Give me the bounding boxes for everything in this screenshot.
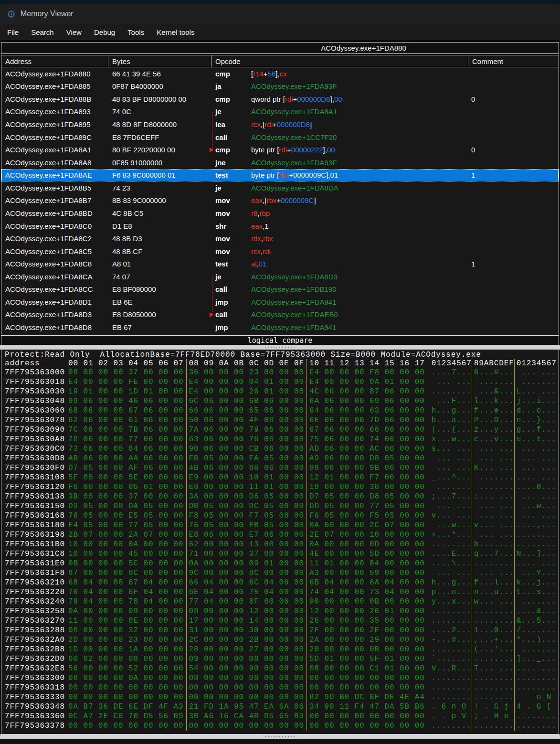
hex-row-address: 7FF7953630A8 (1, 435, 68, 444)
hex-ascii-group: ........ (514, 721, 557, 731)
menu-item-debug[interactable]: Debug (88, 24, 121, 40)
hex-row[interactable]: 7FF7953630A878 06 00 00 77 06 00 0063 06… (1, 435, 559, 444)
hex-bytes-group: 08 00 00 00 00 00 00 00 (309, 673, 427, 683)
disasm-row[interactable]: ACOdyssey.exe+1FDA88066 41 39 4E 56cmp[r… (1, 67, 559, 80)
hex-bytes-group: 3B 00 00 00 37 00 00 00 (68, 492, 187, 501)
bottom-splitter[interactable] (0, 734, 560, 739)
hex-row-address: 7FF7953631F8 (1, 568, 68, 578)
hex-bytes-group: 19 01 00 00 1D 01 00 00 (68, 387, 187, 396)
disasm-row[interactable]: ACOdyssey.exe+1FDA8D8EB 67jmpACOdyssey.e… (1, 321, 559, 334)
hex-row[interactable]: 7FF7953632A02D 00 00 00 23 00 00 002C 00… (1, 635, 559, 645)
disasm-row[interactable]: ACOdyssey.exe+1FDA8B574 23jeACOdyssey.ex… (1, 181, 559, 194)
hex-row[interactable]: 7FF7953630F0D7 05 00 00 AF 06 00 004B 06… (1, 463, 559, 473)
disasm-row[interactable]: ACOdyssey.exe+1FDA8C8A8 01testal,011 (1, 257, 559, 270)
hex-row[interactable]: 7FF795363180F4 05 00 00 77 05 00 0076 05… (1, 521, 559, 530)
disasm-row[interactable]: ACOdyssey.exe+1FDA89CE8 7FD6CEFFcallACOd… (1, 131, 559, 144)
hex-row[interactable]: 7FF7953633480A B7 36 DE 6E DF 4F A321 FD… (1, 702, 559, 712)
hex-row[interactable]: 7FF7953632E856 00 00 00 52 00 00 0054 00… (1, 664, 559, 673)
hex-ascii-group: ... ... (514, 454, 557, 463)
hex-row[interactable]: 7FF7953630D8AB 06 00 00 AA 06 00 00EB 05… (1, 454, 559, 463)
disasm-address-header[interactable]: ACOdyssey.exe+1FDA880 (1, 42, 559, 54)
hex-bytes-group: E8 06 00 00 E7 06 00 00 (189, 530, 307, 540)
hex-row[interactable]: 7FF7953631085F 00 00 00 5E 00 00 00E9 00… (1, 473, 559, 482)
hex-row[interactable]: 7FF7953633600C A7 2E C0 70 D5 56 B93B A6… (1, 712, 559, 721)
hex-row[interactable]: 7FF7953631F887 00 00 00 8C 00 00 009C 00… (1, 568, 559, 578)
menu-item-file[interactable]: File (1, 24, 25, 40)
disasm-row[interactable]: ACOdyssey.exe+1FDA8C0D1 E8shreax,1 (1, 220, 559, 233)
panel-splitter[interactable] (0, 345, 560, 350)
hex-row[interactable]: 7FF7953631982B 07 00 00 2A 07 00 00E8 06… (1, 530, 559, 540)
hex-row[interactable]: 7FF79536333000 00 00 00 00 00 00 0000 00… (1, 692, 559, 702)
disasm-row[interactable]: ACOdyssey.exe+1FDA8D1EB 6EjmpACOdyssey.e… (1, 296, 559, 308)
disasm-comment: 0 (468, 146, 559, 154)
hex-bytes-group: 76 05 00 00 E5 05 00 00 (68, 511, 187, 521)
disasm-row[interactable]: ACOdyssey.exe+1FDA8CA74 07jeACOdyssey.ex… (1, 270, 559, 283)
hex-bytes-group: 5F 00 00 00 5E 00 00 00 (68, 473, 187, 482)
menu-item-search[interactable]: Search (25, 24, 60, 40)
disasm-row[interactable]: ACOdyssey.exe+1FDA8A180 BF 22020000 00cm… (1, 143, 559, 156)
hex-row[interactable]: 7FF7953630907C 06 00 00 7B 06 00 007A 06… (1, 425, 559, 435)
menu-item-kernel-tools[interactable]: Kernel tools (150, 24, 201, 40)
operand: ACOdyssey.exe+1FDA8DA (251, 184, 338, 192)
operand: ACOdyssey.exe+1FDA93F (251, 82, 337, 90)
hex-row[interactable]: 7FF7953630C073 06 00 00 84 06 00 0090 06… (1, 444, 559, 454)
hex-row[interactable]: 7FF795363018E4 00 00 00 FE 00 00 00E4 00… (1, 377, 559, 387)
hex-row[interactable]: 7FF79536337800 00 00 00 00 00 00 0000 00… (1, 721, 559, 731)
hex-bytes-group: 82 9D B0 DC 6F DE 4E A4 (309, 692, 427, 702)
disasm-row[interactable]: ACOdyssey.exe+1FDA8B78B 83 9C000000movea… (1, 194, 559, 207)
disasm-row[interactable]: ACOdyssey.exe+1FDA8C248 8B D3movrdx,rbx (1, 232, 559, 245)
disasm-bytes: 0F85 91000000 (108, 159, 211, 167)
disasm-row[interactable]: ACOdyssey.exe+1FDA8A80F85 91000000jneACO… (1, 156, 559, 169)
hex-row[interactable]: 7FF7953631E00B 00 00 00 5C 00 00 000A 00… (1, 559, 559, 568)
disasm-row[interactable]: ACOdyssey.exe+1FDA89374 0CjeACOdyssey.ex… (1, 106, 559, 118)
hex-row[interactable]: 7FF79536306068 06 00 00 67 06 00 0066 06… (1, 406, 559, 415)
hex-row[interactable]: 7FF79536328808 00 00 00 32 00 00 0031 00… (1, 626, 559, 635)
disasm-bytes: 80 BF 22020000 00 (108, 146, 211, 154)
disasm-comment: 0 (468, 95, 559, 103)
hex-row[interactable]: 7FF7953631C810 00 00 00 45 00 00 0071 00… (1, 549, 559, 559)
hex-row[interactable]: 7FF7953632B81D 00 00 00 1A 00 00 0028 00… (1, 645, 559, 654)
hex-ascii-group: ........ (472, 606, 514, 616)
hex-row[interactable]: 7FF79536331800 00 00 00 00 00 00 0000 00… (1, 683, 559, 692)
hex-row[interactable]: 7FF79536324079 04 00 00 78 04 00 0077 04… (1, 597, 559, 606)
hex-row[interactable]: 7FF7953632D060 02 00 00 08 00 00 0009 00… (1, 654, 559, 664)
hex-row[interactable]: 7FF7953631383B 00 00 00 37 00 00 003A 00… (1, 492, 559, 501)
hex-row[interactable]: 7FF79536303019 01 00 00 1D 01 00 00E4 00… (1, 387, 559, 396)
hex-row[interactable]: 7FF79536316876 05 00 00 E5 05 00 00F8 05… (1, 511, 559, 521)
hex-ascii-group: ... ... (514, 463, 557, 473)
operand: 01 (330, 171, 338, 179)
hex-ascii-group: T... ... (472, 664, 514, 673)
hex-row[interactable]: 7FF79536304899 06 00 00 46 06 00 006C 06… (1, 396, 559, 406)
disasm-row[interactable]: ACOdyssey.exe+1FDA8850F87 B4000000jaACOd… (1, 80, 559, 93)
hex-bytes-group: 11 00 00 00 0E 00 00 00 (68, 616, 187, 626)
disasm-row[interactable]: ACOdyssey.exe+1FDA8BD4C 8B C5movr8,rbp (1, 207, 559, 220)
hex-bytes-group: 0B 00 00 00 5C 00 00 00 (68, 559, 187, 568)
disasm-row[interactable]: ACOdyssey.exe+1FDA88B48 83 BF D8000000 0… (1, 93, 559, 106)
hex-row[interactable]: 7FF79536322870 04 00 00 6F 04 00 006E 04… (1, 587, 559, 597)
column-header-address: Address (1, 55, 108, 67)
hex-row[interactable]: 7FF79536321068 04 00 00 67 04 00 0066 04… (1, 578, 559, 587)
operand: byte ptr [ (251, 146, 279, 154)
hex-row[interactable]: 7FF79536300008 00 00 00 37 00 00 0036 00… (1, 368, 559, 377)
disasm-row[interactable]: ACOdyssey.exe+1FDA8D3E8 D8050000callACOd… (1, 308, 559, 321)
hex-row[interactable]: 7FF7953632580A 00 00 00 09 00 00 0008 00… (1, 606, 559, 616)
hex-bytes-group: 6B 04 00 00 6A 04 00 00 (309, 578, 427, 587)
hex-row[interactable]: 7FF79536327011 00 00 00 0E 00 00 0017 00… (1, 616, 559, 626)
menu-item-view[interactable]: View (60, 24, 88, 40)
menu-item-tools[interactable]: Tools (121, 24, 150, 40)
operand: + (264, 70, 268, 78)
hex-row[interactable]: 7FF7953631B010 00 00 00 0A 00 00 0062 00… (1, 540, 559, 549)
disasm-row-selected[interactable]: ACOdyssey.exe+1FDA8AEF6 83 9C000000 01te… (1, 169, 559, 182)
disasm-row[interactable]: ACOdyssey.exe+1FDA8CCE8 BF080000callACOd… (1, 283, 559, 296)
hex-row[interactable]: 7FF795363120F6 00 00 00 05 01 00 00E8 00… (1, 482, 559, 492)
hex-row[interactable]: 7FF79536307862 06 00 00 61 06 00 0050 06… (1, 415, 559, 425)
hex-row[interactable]: 7FF79536330008 00 00 00 0A 00 00 0008 00… (1, 673, 559, 683)
hex-row-address: 7FF7953632D0 (1, 654, 68, 664)
hex-ascii-group: ........ (514, 673, 557, 683)
hex-row[interactable]: 7FF795363150D9 05 00 00 DA 05 00 00DB 05… (1, 501, 559, 511)
title-bar[interactable]: ⚙ Memory Viewer (0, 4, 560, 24)
disasm-row[interactable]: ACOdyssey.exe+1FDA8C548 8B CFmovrcx,rdi (1, 245, 559, 258)
disasm-row[interactable]: ACOdyssey.exe+1FDA89548 8D 8F D8000000le… (1, 118, 559, 131)
disasm-address: ACOdyssey.exe+1FDA8CA (1, 273, 108, 281)
operands: eax,1 (251, 222, 269, 230)
